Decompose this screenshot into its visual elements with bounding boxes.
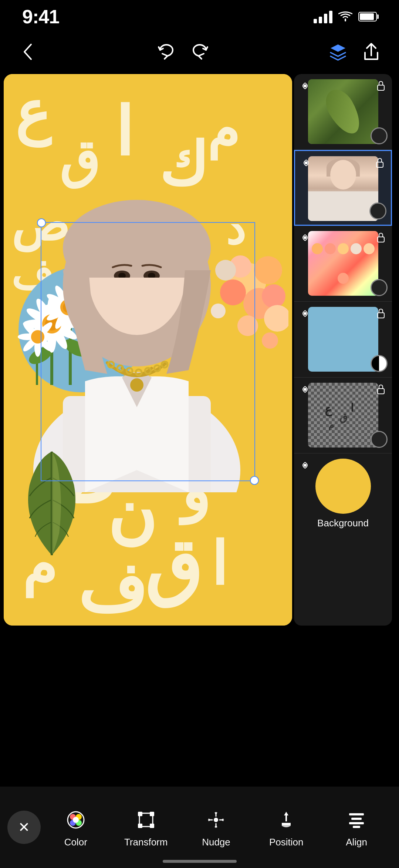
layer-circle-btn-leaf[interactable] (371, 127, 388, 144)
signal-bar-1 (314, 19, 317, 23)
signal-bar-3 (324, 14, 327, 23)
nudge-icon (203, 807, 229, 833)
battery-fill (360, 13, 374, 20)
align-label: Align (346, 837, 367, 848)
signal-bar-4 (329, 11, 332, 23)
svg-rect-108 (150, 812, 154, 816)
layer-thumb-flowers (308, 231, 378, 296)
layer-lock-person[interactable] (373, 156, 386, 170)
svg-rect-90 (378, 237, 384, 242)
layer-item-person[interactable] (294, 150, 392, 226)
svg-rect-114 (351, 818, 362, 820)
flowers-thumb-content (308, 231, 378, 296)
toolbar-item-align[interactable]: Align (321, 807, 392, 848)
color-icon (63, 807, 89, 833)
leaf-bottom-element (15, 448, 89, 559)
svg-rect-107 (138, 812, 142, 816)
svg-point-77 (130, 378, 143, 392)
status-time: 9:41 (22, 6, 59, 28)
svg-text:ع: ع (325, 403, 332, 416)
layer-item-leaf[interactable] (294, 74, 392, 150)
svg-rect-113 (349, 813, 364, 815)
layer-lock-leaf[interactable] (374, 79, 388, 93)
top-nav (0, 33, 399, 70)
undo-button[interactable] (153, 39, 179, 65)
share-button[interactable] (358, 39, 384, 65)
toolbar-item-color[interactable]: Color (41, 807, 111, 848)
person-svg (33, 167, 240, 492)
toolbar-item-position[interactable]: Position (251, 807, 321, 848)
layer-circle-btn-flowers[interactable] (371, 279, 388, 296)
svg-point-80 (126, 368, 132, 374)
svg-text:م: م (207, 102, 239, 161)
svg-text:ا: ا (211, 532, 227, 598)
svg-point-99 (304, 464, 307, 467)
position-label: Position (269, 837, 304, 848)
layer-circle-btn-arabic[interactable] (371, 431, 388, 448)
layer-eye-leaf[interactable] (298, 79, 312, 93)
svg-text:م: م (328, 420, 334, 430)
layers-button[interactable] (325, 39, 351, 65)
transform-icon (133, 807, 159, 833)
svg-point-111 (214, 818, 218, 822)
layer-item-background[interactable]: Background (294, 453, 392, 535)
svg-rect-109 (138, 824, 142, 828)
layer-thumb-leaf (308, 79, 378, 144)
svg-rect-94 (378, 389, 384, 394)
status-icons (314, 10, 377, 23)
layer-eye-person[interactable] (300, 156, 313, 170)
svg-point-65 (237, 315, 258, 336)
layer-item-arabic[interactable]: ع ق ا م (294, 378, 392, 453)
mini-flower-5 (364, 243, 375, 254)
layer-eye-background[interactable] (298, 459, 312, 472)
svg-point-62 (262, 284, 285, 308)
back-button[interactable] (15, 39, 41, 65)
layer-circle-btn-person[interactable] (369, 202, 386, 219)
battery-tip (377, 14, 379, 19)
canvas[interactable]: ع ق ا ك م ص ف د ض ن و م ف ق ا (4, 74, 292, 626)
toolbar-item-transform[interactable]: Transform (111, 807, 181, 848)
svg-rect-88 (376, 162, 383, 167)
thumb-body (308, 191, 378, 221)
layer-item-flowers[interactable] (294, 226, 392, 302)
layer-eye-flowers[interactable] (298, 231, 312, 244)
leaf-shape (320, 84, 366, 139)
nudge-label: Nudge (202, 837, 230, 848)
color-label: Color (64, 837, 87, 848)
svg-text:ف: ف (78, 552, 147, 625)
layer-thumb-arabic: ع ق ا م (308, 383, 378, 448)
transform-label: Transform (124, 837, 168, 848)
svg-rect-116 (353, 826, 360, 828)
signal-bar-2 (319, 17, 322, 23)
signal-bars-icon (314, 10, 332, 23)
svg-rect-92 (378, 313, 384, 318)
redo-button[interactable] (187, 39, 213, 65)
layer-item-circle[interactable] (294, 302, 392, 378)
layer-eye-arabic[interactable] (298, 383, 312, 396)
status-bar: 9:41 (0, 0, 399, 33)
close-button[interactable]: ✕ (7, 811, 41, 844)
svg-point-105 (73, 817, 79, 823)
arabic-thumb-content: ع ق ا م (308, 383, 378, 448)
svg-rect-86 (378, 85, 384, 90)
mini-flower-3 (338, 243, 349, 254)
svg-text:ع: ع (15, 80, 52, 148)
svg-point-79 (117, 365, 123, 371)
mini-flower-1 (312, 243, 323, 254)
svg-point-85 (304, 84, 307, 87)
layer-circle-btn-circle[interactable] (371, 355, 388, 372)
layer-lock-flowers[interactable] (374, 231, 388, 244)
wifi-icon (338, 11, 352, 22)
svg-point-93 (304, 388, 307, 391)
layer-eye-circle[interactable] (298, 307, 312, 320)
svg-point-87 (305, 161, 308, 164)
layer-lock-arabic[interactable] (374, 383, 388, 396)
background-layer-label: Background (317, 517, 369, 529)
svg-point-89 (304, 236, 307, 239)
thumb-person-content (308, 156, 378, 221)
layer-lock-circle[interactable] (374, 307, 388, 320)
svg-point-58 (254, 256, 282, 284)
bottom-toolbar: ✕ Color Transform (0, 787, 399, 868)
svg-text:ق: ق (144, 526, 202, 609)
toolbar-item-nudge[interactable]: Nudge (181, 807, 251, 848)
